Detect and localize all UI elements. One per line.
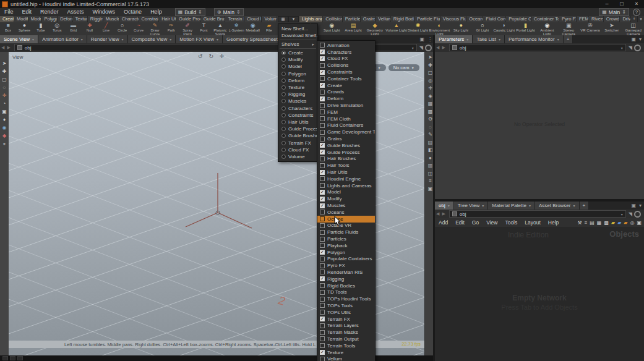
playbar-button[interactable] — [17, 356, 23, 360]
tool-null[interactable]: ✚Null — [82, 22, 98, 35]
shelf-tab-populate-con[interactable]: Populate Con — [506, 16, 531, 22]
shelf-tab-crowds[interactable]: Crowds — [604, 16, 620, 22]
note-orange-icon[interactable]: ▰ — [624, 220, 627, 226]
shelf-check-houdini-engine[interactable]: Houdini Engine — [317, 176, 375, 182]
shelf-tab-create[interactable]: Create — [0, 16, 14, 22]
radio-item-muscles[interactable]: Muscles — [278, 98, 317, 104]
frame-all-icon[interactable]: ▣ — [637, 220, 642, 226]
radio-item-hair-utils[interactable]: Hair Utils — [278, 119, 317, 125]
shelf-check-tops-houdini-tools[interactable]: TOPs Houdini Tools — [317, 295, 375, 302]
tool-distant-light[interactable]: ✺Distant Light — [407, 22, 429, 35]
menu-file[interactable]: File — [0, 8, 18, 16]
box-pick-icon[interactable]: ▢ — [2, 77, 7, 82]
shelf-check-hair-brushes[interactable]: Hair Brushes — [317, 156, 375, 163]
shelf-tab-menu-icon[interactable]: ▾ — [637, 16, 644, 22]
menu-octane[interactable]: Octane — [119, 8, 146, 16]
tool-ambient-light[interactable]: ◉Ambient Light — [536, 22, 558, 35]
tool-switcher[interactable]: ➤Switcher — [601, 22, 622, 35]
ghost-geo-icon[interactable]: ◌ — [429, 124, 432, 130]
link-ring-icon[interactable] — [425, 45, 432, 51]
network-menu-go[interactable]: Go — [468, 219, 483, 226]
tile-view-icon[interactable]: ▩ — [604, 220, 609, 226]
shelf-check-terrain-masks[interactable]: Terrain Masks — [317, 329, 375, 336]
snap-mode-icon[interactable]: ◈ — [428, 93, 432, 99]
main-desktop-selector[interactable]: ▦ Main ⇕ — [599, 8, 629, 16]
shelf-check-terrain-output[interactable]: Terrain Output — [317, 336, 375, 342]
shelf-check-terrain-fx[interactable]: ✓Terrain FX — [317, 316, 375, 323]
tool-line[interactable]: ╱Line — [98, 22, 114, 35]
shelf-grid-icon[interactable]: ▦ — [278, 16, 288, 22]
tool-vr-camera[interactable]: ✇VR Camera — [580, 22, 601, 35]
pin-icon[interactable]: ◥ — [629, 45, 632, 51]
select-icon[interactable]: ➤ — [2, 61, 7, 66]
secure-select-icon[interactable]: ✚ — [428, 62, 432, 68]
menu-render[interactable]: Render — [36, 8, 63, 16]
pane-tab-add[interactable]: + — [580, 202, 590, 210]
normals-display-icon[interactable]: ▥ — [428, 163, 433, 168]
wire-shaded-icon[interactable]: ◧ — [428, 147, 433, 153]
network-menu-tools[interactable]: Tools — [501, 219, 521, 226]
shelf-tab-deform[interactable]: Deform — [58, 16, 72, 22]
menu-item-new-shelf[interactable]: New Shelf... — [278, 25, 317, 32]
shelf-check-guide-brushes[interactable]: ✓Guide Brushes — [317, 142, 375, 149]
pane-tab-asset-browser[interactable]: Asset Browser▾ — [535, 202, 580, 210]
shelf-check-lights-and-cameras[interactable]: Lights and Cameras — [317, 182, 375, 189]
shelf-check-guide-process[interactable]: ✓Guide Process — [317, 149, 375, 156]
pane-tab-obj[interactable]: obj▾ — [435, 202, 454, 210]
shelf-tab-oceans[interactable]: Oceans — [466, 16, 483, 22]
forward-icon[interactable]: ▶ — [7, 45, 10, 50]
shelf-tab-model[interactable]: Model — [28, 16, 42, 22]
shelf-check-tops-utils[interactable]: TOPs Utils — [317, 309, 375, 316]
shelf-check-populate-containers[interactable]: Populate Containers — [317, 256, 375, 263]
tool-file[interactable]: ▰File — [261, 22, 277, 35]
tool-portal-light[interactable]: ▮Portal Light — [515, 22, 536, 35]
shelf-check-vellum[interactable]: Vellum — [317, 355, 375, 361]
camera-lock-icon[interactable]: ◫ — [428, 171, 433, 176]
shelf-check-pyro-fx[interactable]: Pyro FX — [317, 262, 375, 269]
menu-item-shelves[interactable]: Shelves ▸ — [278, 41, 317, 48]
template-geo-icon[interactable]: ▤ — [428, 140, 433, 145]
shelf-check-texture[interactable]: ✓Texture — [317, 349, 375, 356]
help-icon[interactable]: ? — [633, 9, 640, 16]
shelf-check-deform[interactable]: ✓Deform — [317, 95, 375, 102]
snapshot-icon[interactable]: ▣ — [428, 186, 433, 192]
home-view-icon[interactable]: ✛ — [220, 53, 225, 59]
desktop-selector[interactable]: ▦ Build ⇕ — [175, 8, 205, 16]
grid-toggle-icon[interactable]: ▦ — [428, 101, 433, 106]
radio-item-volume[interactable]: Volume — [278, 153, 317, 160]
shelf-tab-volume[interactable]: Volume — [262, 16, 277, 22]
shelf-tab-rigid-bodies[interactable]: Rigid Bodies — [391, 16, 414, 22]
tool-torus[interactable]: ◎Torus — [49, 22, 65, 35]
note-yellow-icon[interactable]: ▰ — [611, 220, 615, 226]
shelf-check-hair-tools[interactable]: Hair Tools — [317, 162, 375, 169]
shelf-check-octane[interactable]: Octane — [317, 216, 375, 223]
shelf-check-particle-fluids[interactable]: Particle Fluids — [317, 229, 375, 236]
shelf-tab-texture[interactable]: Texture — [73, 16, 88, 22]
shelf-tab-particle-fluids[interactable]: Particle Fluids — [414, 16, 440, 22]
tool-box[interactable]: ■Box — [0, 22, 16, 35]
network-editor-canvas[interactable]: Indie Edition Objects Empty Network Pres… — [435, 227, 644, 361]
shelf-tab-rigging[interactable]: Rigging — [88, 16, 103, 22]
box-select-icon[interactable]: ▢ — [428, 70, 433, 75]
pane-split-icon[interactable]: ▣ — [631, 36, 636, 42]
playbar-button[interactable] — [10, 356, 15, 360]
chevron-down-icon[interactable]: ▾ — [639, 203, 642, 208]
radial-menu-selector[interactable]: ⊕ Main ⇕ — [214, 8, 244, 16]
tool-path[interactable]: ✑Path — [163, 22, 179, 35]
shelf-tab-fluid-contai[interactable]: Fluid Contai — [483, 16, 506, 22]
move-icon[interactable]: ✛ — [2, 93, 7, 98]
tool-spray-paint[interactable]: ✐Spray Paint — [179, 22, 195, 35]
shelf-check-td-tools[interactable]: TD Tools — [317, 289, 375, 295]
shelf-check-cloud-fx[interactable]: ✓Cloud FX — [317, 56, 375, 62]
shelf-set-menu-button[interactable]: ▦ ▼ — [278, 16, 299, 22]
select-mode-icon[interactable]: ➤ — [428, 54, 432, 60]
pane-tab-material-palette[interactable]: Material Palette▾ — [488, 202, 535, 210]
network-menu-help[interactable]: Help — [544, 219, 562, 226]
pane-tab-tree-view[interactable]: Tree View▾ — [454, 202, 489, 210]
options-list-icon[interactable]: ≡ — [429, 178, 432, 184]
shelf-tab-rivers[interactable]: Rivers — [589, 16, 604, 22]
shelf-tab-lights-and-c[interactable]: Lights and C — [299, 16, 323, 22]
tool-grid[interactable]: ▬Grid — [65, 22, 81, 35]
shelf-check-renderman-ris[interactable]: RenderMan RIS — [317, 269, 375, 276]
file-list-icon[interactable]: ▤ — [590, 220, 595, 226]
